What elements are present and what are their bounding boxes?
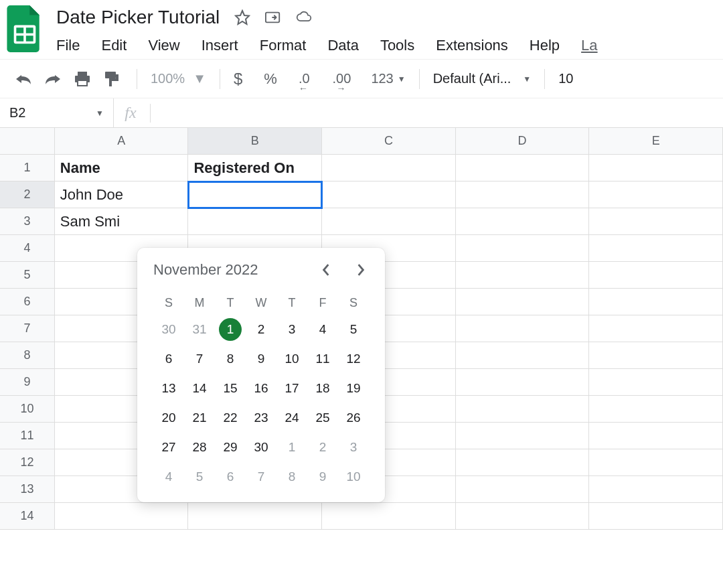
cell-E14[interactable] (589, 503, 723, 530)
date-picker-day[interactable]: 11 (309, 346, 337, 372)
date-picker-day[interactable]: 5 (339, 316, 368, 343)
menu-overflow[interactable]: La (581, 37, 597, 54)
star-icon[interactable] (234, 9, 250, 25)
cell-D3[interactable] (456, 208, 590, 235)
decrease-decimal-button[interactable]: .0← (299, 71, 310, 86)
cell-E1[interactable] (589, 155, 723, 181)
cell-A1[interactable]: Name (55, 155, 189, 181)
cell-E11[interactable] (589, 423, 723, 449)
menu-format[interactable]: Format (260, 37, 307, 54)
cell-C3[interactable] (322, 208, 456, 235)
date-picker-day[interactable]: 22 (216, 405, 244, 431)
date-picker-day[interactable]: 6 (216, 463, 244, 490)
date-picker-day[interactable]: 6 (155, 346, 183, 372)
row-header-4[interactable]: 4 (0, 235, 55, 262)
date-picker-day[interactable]: 7 (185, 346, 214, 372)
row-header-9[interactable]: 9 (0, 369, 55, 396)
date-picker-day[interactable]: 16 (247, 375, 275, 402)
date-picker-day[interactable]: 21 (185, 405, 214, 431)
prev-month-button[interactable] (318, 262, 334, 278)
format-percent-button[interactable]: % (264, 70, 277, 88)
cell-C1[interactable] (322, 155, 456, 181)
move-icon[interactable] (265, 9, 281, 25)
menu-help[interactable]: Help (530, 37, 560, 54)
cell-D5[interactable] (456, 262, 590, 289)
date-picker-day[interactable]: 2 (309, 434, 337, 461)
cell-B14[interactable] (188, 503, 322, 530)
date-picker-day[interactable]: 3 (278, 316, 306, 343)
zoom-select[interactable]: 100% ▼ (151, 71, 206, 86)
col-header-B[interactable]: B (188, 128, 322, 155)
more-formats-button[interactable]: 123▼ (371, 71, 405, 86)
cell-D11[interactable] (456, 423, 590, 449)
sheets-logo[interactable] (7, 5, 43, 52)
menu-data[interactable]: Data (327, 37, 358, 54)
row-header-2[interactable]: 2 (0, 181, 55, 208)
cell-B3[interactable] (188, 208, 322, 235)
date-picker-day[interactable]: 20 (155, 405, 183, 431)
date-picker-day[interactable]: 29 (216, 434, 244, 461)
row-header-1[interactable]: 1 (0, 155, 55, 181)
cell-C2[interactable] (322, 181, 456, 208)
cell-D6[interactable] (456, 289, 590, 315)
row-header-11[interactable]: 11 (0, 423, 55, 449)
paint-format-button[interactable] (100, 68, 123, 90)
cell-E4[interactable] (589, 235, 723, 262)
col-header-D[interactable]: D (456, 128, 590, 155)
date-picker-day[interactable]: 31 (185, 316, 214, 343)
cell-E6[interactable] (589, 289, 723, 315)
row-header-8[interactable]: 8 (0, 342, 55, 369)
redo-button[interactable] (42, 68, 64, 90)
increase-decimal-button[interactable]: .00→ (333, 71, 351, 86)
date-picker-day[interactable]: 28 (185, 434, 214, 461)
cell-D13[interactable] (456, 476, 590, 503)
date-picker-day[interactable]: 13 (155, 375, 183, 402)
cell-D8[interactable] (456, 342, 590, 369)
row-header-10[interactable]: 10 (0, 396, 55, 423)
row-header-5[interactable]: 5 (0, 262, 55, 289)
cell-D7[interactable] (456, 315, 590, 342)
date-picker-day[interactable]: 30 (247, 434, 275, 461)
cell-E5[interactable] (589, 262, 723, 289)
date-picker-day[interactable]: 19 (339, 375, 368, 402)
font-family-select[interactable]: Default (Ari... ▼ (433, 71, 532, 86)
date-picker-day[interactable]: 4 (155, 463, 183, 490)
date-picker-day[interactable]: 17 (278, 375, 306, 402)
undo-button[interactable] (12, 68, 35, 90)
date-picker-day[interactable]: 4 (309, 316, 337, 343)
select-all-corner[interactable] (0, 128, 55, 155)
cell-A3[interactable]: Sam Smi (55, 208, 189, 235)
cloud-status-icon[interactable] (296, 9, 312, 25)
cell-D4[interactable] (456, 235, 590, 262)
cell-E8[interactable] (589, 342, 723, 369)
cell-E2[interactable] (589, 181, 723, 208)
menu-edit[interactable]: Edit (101, 37, 127, 54)
cell-E13[interactable] (589, 476, 723, 503)
row-header-3[interactable]: 3 (0, 208, 55, 235)
date-picker-day[interactable]: 23 (247, 405, 275, 431)
font-size-input[interactable]: 10 (558, 71, 573, 86)
cell-E7[interactable] (589, 315, 723, 342)
cell-B2[interactable] (188, 181, 322, 208)
cell-D9[interactable] (456, 369, 590, 396)
date-picker-day[interactable]: 9 (309, 463, 337, 490)
menu-tools[interactable]: Tools (380, 37, 414, 54)
row-header-14[interactable]: 14 (0, 503, 55, 530)
cell-B1[interactable]: Registered On (188, 155, 322, 181)
row-header-6[interactable]: 6 (0, 289, 55, 315)
cell-D14[interactable] (456, 503, 590, 530)
date-picker-day[interactable]: 10 (278, 346, 306, 372)
date-picker-day[interactable]: 8 (216, 346, 244, 372)
date-picker-month-label[interactable]: November 2022 (153, 261, 258, 279)
date-picker-day[interactable]: 1 (219, 318, 242, 341)
date-picker-day[interactable]: 15 (216, 375, 244, 402)
col-header-C[interactable]: C (322, 128, 456, 155)
cell-D10[interactable] (456, 396, 590, 423)
col-header-A[interactable]: A (55, 128, 189, 155)
name-box[interactable]: B2 ▼ (0, 98, 114, 127)
date-picker-day[interactable]: 12 (339, 346, 368, 372)
col-header-E[interactable]: E (589, 128, 723, 155)
date-picker-day[interactable]: 1 (278, 434, 306, 461)
row-header-7[interactable]: 7 (0, 315, 55, 342)
print-button[interactable] (71, 68, 94, 90)
